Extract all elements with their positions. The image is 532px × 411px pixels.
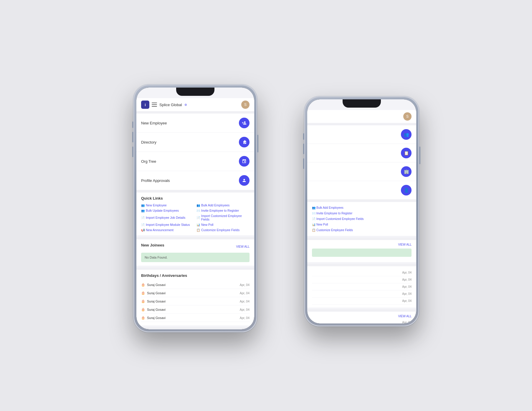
notch-back bbox=[343, 99, 381, 108]
bday-date-3: Apr, 04 bbox=[240, 308, 250, 311]
back-link-1[interactable]: 👥 Bulk Add Employees bbox=[312, 205, 412, 211]
bday-icon-1: 🎂 bbox=[141, 291, 145, 295]
bday-icon-3: 🎂 bbox=[141, 308, 145, 311]
bday-item-0[interactable]: 🎂 Suraj Gosavi Apr, 04 bbox=[141, 281, 250, 289]
new-joinees-view-all[interactable]: VIEW ALL bbox=[236, 245, 250, 248]
avatar-front[interactable]: S bbox=[241, 101, 250, 109]
quick-link-invite[interactable]: ✉️ Invite Employee to Register bbox=[196, 209, 250, 212]
menu-icon[interactable] bbox=[152, 103, 157, 107]
no-data-banner: No Data Found. bbox=[141, 253, 250, 262]
ql-icon-10: 📋 bbox=[196, 228, 200, 232]
quick-links-section: Quick Links 👥 New Employee 👥 Bulk Add Em… bbox=[136, 193, 254, 235]
quick-link-new-employee[interactable]: 👥 New Employee bbox=[141, 203, 194, 207]
bday-item-4[interactable]: 🎂 Suraj Gosavi Apr, 04 bbox=[141, 314, 250, 322]
bday-icon-4: 🎂 bbox=[141, 316, 145, 320]
ql-icon-6: 📄 bbox=[196, 216, 200, 219]
nav-org-tree[interactable]: Org Tree bbox=[136, 152, 254, 171]
app-front: i Splice Global ⚙ S bbox=[136, 88, 254, 329]
back-link-2[interactable]: ✉️ Invite Employee to Register bbox=[312, 211, 412, 216]
back-link-4[interactable]: 📊 New Poll bbox=[312, 222, 412, 227]
back-bday-item-1: Apr, 04 bbox=[312, 276, 412, 283]
bday-name-2: Suraj Gosavi bbox=[147, 300, 166, 303]
back-view-all-2[interactable]: VIEW ALL bbox=[398, 315, 412, 318]
back-bday-item-0: Apr, 04 bbox=[312, 269, 412, 276]
app-header: i Splice Global ⚙ S bbox=[136, 98, 254, 111]
new-joinees-title: New Joinees bbox=[141, 243, 164, 247]
birthdays-title: Birthdays / Anniversaries bbox=[141, 273, 250, 278]
new-joinees-header: New Joinees VIEW ALL bbox=[141, 243, 250, 250]
app-title: Splice Global bbox=[159, 103, 182, 107]
ql-icon-4: ✉️ bbox=[196, 209, 200, 212]
gear-icon[interactable]: ⚙ bbox=[184, 103, 187, 106]
bday-left-4: 🎂 Suraj Gosavi bbox=[141, 316, 166, 320]
back-link-icon-1: 👥 bbox=[312, 206, 315, 209]
back-nav-3[interactable]: 🏢 bbox=[307, 162, 416, 181]
nav-org-tree-icon bbox=[239, 156, 250, 167]
avatar-back: S bbox=[403, 112, 412, 121]
ql-icon-3: 👥 bbox=[141, 209, 145, 212]
back-nav-2[interactable]: 📋 bbox=[307, 144, 416, 162]
bday-left-3: 🎂 Suraj Gosavi bbox=[141, 308, 166, 311]
bday-name-0: Suraj Gosavi bbox=[147, 283, 166, 287]
back-link-icon-5: 📋 bbox=[312, 228, 315, 232]
quick-links-grid: 👥 New Employee 👥 Bulk Add Employees 👥 Bu… bbox=[141, 203, 250, 232]
notch-front bbox=[176, 88, 214, 96]
new-joinees-section: New Joinees VIEW ALL No Data Found. bbox=[136, 239, 254, 266]
bday-date-2: Apr, 04 bbox=[240, 300, 250, 303]
back-link-5[interactable]: 📋 Customize Employee Fields bbox=[312, 227, 412, 233]
back-birthdays: Apr, 04Apr, 04Apr, 04Apr, 04Apr, 04 bbox=[307, 266, 416, 308]
bday-item-2[interactable]: 🎂 Suraj Gosavi Apr, 04 bbox=[141, 297, 250, 305]
bday-date-4: Apr, 04 bbox=[240, 316, 250, 320]
quick-link-bulk-add[interactable]: 👥 Bulk Add Employees bbox=[196, 203, 250, 207]
bday-item-3[interactable]: 🎂 Suraj Gosavi Apr, 04 bbox=[141, 305, 250, 314]
bday-name-4: Suraj Gosavi bbox=[147, 316, 166, 320]
back-bday-item-4: Apr, 04 bbox=[312, 297, 412, 305]
back-link-icon-2: ✉️ bbox=[312, 212, 315, 215]
quick-link-import-job[interactable]: 📄 Import Employee Job Details bbox=[141, 214, 194, 221]
back-bday-item-3: Apr, 04 bbox=[312, 290, 412, 297]
bday-item-1[interactable]: 🎂 Suraj Gosavi Apr, 04 bbox=[141, 289, 250, 297]
ql-icon-5: 📄 bbox=[141, 216, 145, 219]
nav-new-employee-icon bbox=[239, 118, 250, 128]
nav-directory-icon bbox=[239, 137, 250, 147]
bday-icon-2: 🎂 bbox=[141, 299, 145, 303]
nav-new-employee[interactable]: New Employee bbox=[136, 114, 254, 133]
back-quick-links: 👥 Bulk Add Employees ✉️ Invite Employee … bbox=[307, 202, 416, 236]
back-view-all[interactable]: VIEW ALL bbox=[398, 243, 412, 246]
quick-link-new-poll[interactable]: 📊 New Poll bbox=[196, 223, 250, 226]
back-nav-icon-4: 👤 bbox=[401, 185, 412, 195]
quick-link-import-custom[interactable]: 📄 Import Customized Employee Fields bbox=[196, 214, 250, 221]
back-link-3[interactable]: 📄 Import Customized Employee Fields bbox=[312, 216, 412, 222]
bday-left-0: 🎂 Suraj Gosavi bbox=[141, 283, 166, 287]
bday-name-1: Suraj Gosavi bbox=[147, 291, 166, 295]
quick-link-customize[interactable]: 📋 Customize Employee Fields bbox=[196, 228, 250, 232]
back-new-joinees: VIEW ALL bbox=[307, 240, 416, 262]
bday-left-1: 🎂 Suraj Gosavi bbox=[141, 291, 166, 295]
back-no-data bbox=[312, 249, 412, 257]
back-nav-icon-1: 👥 bbox=[401, 129, 412, 140]
ql-icon-1: 👥 bbox=[141, 204, 145, 207]
ql-icon-8: 📊 bbox=[196, 223, 200, 226]
bday-date-1: Apr, 04 bbox=[240, 291, 250, 295]
bday-date-0: Apr, 04 bbox=[240, 283, 250, 287]
quick-link-import-module[interactable]: 📄 Import Employee Module Status bbox=[141, 223, 194, 226]
nav-directory[interactable]: Directory bbox=[136, 133, 254, 152]
back-link-icon-4: 📊 bbox=[312, 223, 315, 226]
back-nav-1[interactable]: 👥 bbox=[307, 125, 416, 144]
back-header: S bbox=[307, 110, 416, 123]
back-nav-icon-2: 📋 bbox=[401, 148, 412, 158]
phone-back: S 👥 📋 🏢 👤 bbox=[304, 96, 419, 326]
back-bday-item-2: Apr, 04 bbox=[312, 283, 412, 290]
bday-name-3: Suraj Gosavi bbox=[147, 308, 166, 311]
nav-profile-approvals[interactable]: Profile Approvals bbox=[136, 171, 254, 190]
birthdays-section: Birthdays / Anniversaries 🎂 Suraj Gosavi… bbox=[136, 270, 254, 325]
app-logo: i bbox=[141, 101, 149, 109]
quick-link-announcement[interactable]: 📢 New Announcement bbox=[141, 228, 194, 232]
quick-link-bulk-update[interactable]: 👥 Bulk Update Employees bbox=[141, 209, 194, 212]
ql-icon-2: 👥 bbox=[196, 204, 200, 207]
bday-left-2: 🎂 Suraj Gosavi bbox=[141, 299, 166, 303]
ql-icon-9: 📢 bbox=[141, 228, 145, 232]
scene: S 👥 📋 🏢 👤 bbox=[104, 73, 428, 338]
back-nav-4[interactable]: 👤 bbox=[307, 181, 416, 200]
back-joinees-bottom: VIEW ALL Apr, 04 Apr, 04 bbox=[307, 312, 416, 323]
